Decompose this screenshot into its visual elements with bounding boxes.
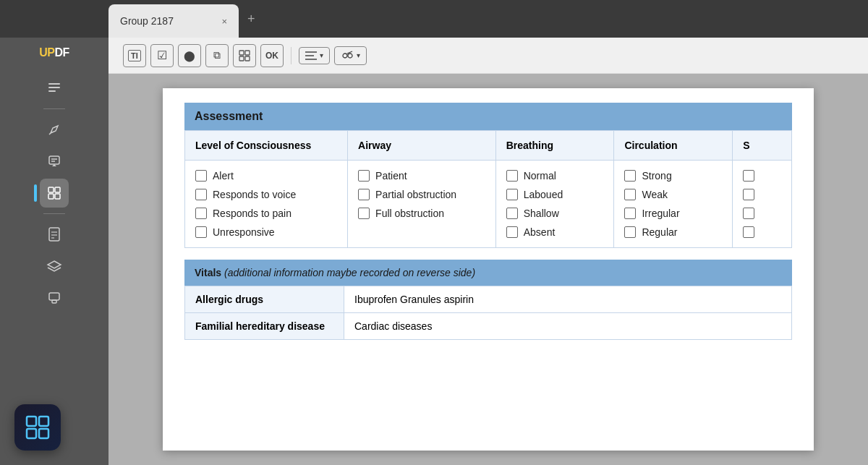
s-col [733, 161, 792, 248]
loc-unresponsive-item: Unresponsive [195, 223, 337, 242]
sidebar-item-annotate[interactable] [40, 147, 69, 176]
circulation-regular-item: Regular [624, 223, 722, 242]
sidebar-item-library[interactable] [40, 74, 69, 103]
breathing-absent-item: Absent [506, 223, 604, 242]
vitals-header: Vitals (additional information maybe rec… [184, 260, 792, 286]
col-header-loc: Level of Consciousness [185, 131, 348, 161]
tab-group2187[interactable]: Group 2187 × [109, 4, 239, 38]
breathing-col: Normal Laboued Shallow [495, 161, 614, 248]
loc-pain-label: Responds to pain [213, 208, 292, 219]
svg-rect-17 [239, 51, 244, 55]
breathing-absent-checkbox[interactable] [506, 226, 518, 238]
circulation-col: Strong Weak Irregular [614, 161, 733, 248]
sidebar-item-page[interactable] [40, 220, 69, 249]
radio-tool-button[interactable]: ⬤ [178, 44, 201, 67]
airway-full-label: Full obstruction [375, 208, 444, 219]
loc-unresponsive-label: Unresponsive [213, 226, 275, 238]
grid-tool-button[interactable] [233, 44, 256, 67]
loc-voice-item: Responds to voice [195, 185, 337, 204]
svg-rect-7 [48, 187, 54, 192]
tools-icon [341, 50, 354, 61]
s-checkbox-2[interactable] [743, 189, 754, 200]
airway-full-checkbox[interactable] [358, 208, 370, 219]
app-icon [14, 404, 61, 451]
airway-partial-label: Partial obstruction [375, 189, 456, 200]
breathing-shallow-checkbox[interactable] [506, 208, 518, 219]
svg-point-24 [343, 54, 347, 58]
align-icon [305, 51, 317, 61]
airway-patient-checkbox[interactable] [358, 170, 370, 182]
circulation-strong-checkbox[interactable] [624, 170, 636, 182]
circulation-weak-item: Weak [624, 185, 722, 204]
svg-rect-0 [48, 83, 60, 85]
loc-alert-checkbox[interactable] [195, 170, 207, 182]
sidebar-item-highlight[interactable] [40, 115, 69, 144]
breathing-shallow-item: Shallow [506, 204, 604, 223]
align-dropdown[interactable]: ▾ [299, 47, 330, 64]
svg-rect-20 [245, 56, 250, 61]
circulation-strong-label: Strong [642, 170, 671, 182]
airway-patient-label: Patient [375, 170, 407, 182]
list-icon: ⧉ [213, 49, 221, 61]
text-input-icon: TI [128, 50, 141, 61]
breathing-laboued-checkbox[interactable] [506, 189, 518, 200]
text-input-button[interactable]: TI [123, 44, 146, 67]
tab-close-icon[interactable]: × [221, 16, 227, 27]
svg-rect-9 [48, 194, 54, 199]
airway-partial-checkbox[interactable] [358, 189, 370, 200]
loc-pain-checkbox[interactable] [195, 208, 207, 219]
s-item-2 [743, 185, 781, 204]
circulation-irregular-checkbox[interactable] [624, 208, 636, 219]
circulation-regular-checkbox[interactable] [624, 226, 636, 238]
checkbox-tool-button[interactable]: ☑ [150, 44, 174, 67]
ok-button[interactable]: OK [260, 44, 284, 67]
loc-voice-checkbox[interactable] [195, 189, 207, 200]
svg-line-3 [49, 133, 51, 135]
svg-rect-10 [55, 194, 60, 199]
assessment-header: Assessment [184, 103, 792, 130]
circulation-weak-checkbox[interactable] [624, 189, 636, 200]
svg-rect-11 [49, 228, 59, 241]
breathing-normal-checkbox[interactable] [506, 170, 518, 182]
tab-title: Group 2187 [120, 15, 174, 27]
document-page: Assessment Level of Consciousness Airway… [163, 88, 814, 451]
list-tool-button[interactable]: ⧉ [205, 44, 229, 67]
svg-rect-8 [55, 187, 60, 192]
vitals-hereditary-value: Cardiac diseases [344, 313, 792, 340]
breathing-laboued-label: Laboued [524, 189, 563, 200]
vitals-label: Vitals [195, 267, 221, 278]
s-checkbox-3[interactable] [743, 208, 754, 219]
loc-alert-label: Alert [213, 170, 234, 182]
col-header-circulation: Circulation [614, 131, 733, 161]
s-checkbox-1[interactable] [743, 170, 754, 182]
svg-rect-4 [49, 156, 59, 164]
new-tab-button[interactable]: + [239, 12, 264, 27]
sidebar-item-grid[interactable] [40, 179, 69, 208]
tools-dropdown[interactable]: ▾ [334, 46, 367, 65]
loc-unresponsive-checkbox[interactable] [195, 226, 207, 238]
toolbar-divider [291, 47, 292, 64]
title-bar: Group 2187 × + [0, 0, 868, 38]
loc-voice-label: Responds to voice [213, 189, 296, 200]
vitals-table: Allergic drugs Ibuprofen Granules aspiri… [184, 286, 792, 340]
sidebar-item-layers[interactable] [40, 252, 69, 281]
sidebar-item-stamp[interactable] [40, 283, 69, 312]
circulation-weak-label: Weak [642, 189, 668, 200]
svg-rect-16 [52, 300, 56, 303]
breathing-laboued-item: Laboued [506, 185, 604, 204]
s-checkbox-4[interactable] [743, 226, 754, 238]
radio-icon: ⬤ [184, 50, 195, 61]
col-header-breathing: Breathing [495, 131, 614, 161]
checkbox-icon: ☑ [157, 48, 167, 62]
sidebar-divider-1 [43, 108, 65, 109]
breathing-absent-label: Absent [524, 226, 556, 238]
breathing-shallow-label: Shallow [524, 208, 559, 219]
breathing-normal-item: Normal [506, 166, 604, 185]
assessment-table: Level of Consciousness Airway Breathing … [184, 130, 792, 248]
circulation-irregular-label: Irregular [642, 208, 679, 219]
sidebar-divider-2 [43, 213, 65, 214]
col-header-s: S [733, 131, 792, 161]
svg-rect-19 [239, 56, 244, 61]
s-item-3 [743, 204, 781, 223]
app-icon-svg [23, 413, 52, 442]
